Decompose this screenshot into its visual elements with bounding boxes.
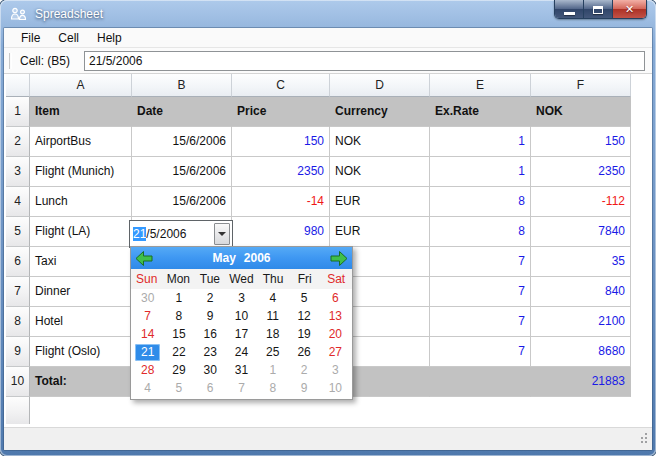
calendar-day[interactable]: 31 [229,362,254,379]
calendar-day[interactable]: 1 [166,290,191,307]
calendar-day[interactable]: 10 [229,308,254,325]
calendar-day[interactable]: 4 [260,290,285,307]
cell-E1[interactable]: Ex.Rate [430,97,531,127]
cell-C1[interactable]: Price [232,97,330,127]
menu-help[interactable]: Help [88,28,131,48]
calendar-day[interactable]: 2 [291,362,316,379]
row-number-3[interactable]: 3 [6,157,30,187]
calendar-day[interactable]: 5 [166,380,191,397]
calendar-day[interactable]: 23 [198,344,223,361]
calendar-day[interactable]: 25 [260,344,285,361]
calendar-day[interactable]: 9 [291,380,316,397]
cell-F3[interactable]: 2350 [531,157,631,187]
cell-F9[interactable]: 8680 [531,337,631,367]
row-number-10[interactable]: 10 [6,367,30,397]
calendar-day[interactable]: 7 [135,308,160,325]
cell-F4[interactable]: -112 [531,187,631,217]
calendar-day[interactable]: 15 [166,326,191,343]
cell-F7[interactable]: 840 [531,277,631,307]
cell-D5[interactable]: EUR [330,217,430,247]
cell-A5[interactable]: Flight (LA) [30,217,132,247]
calendar-day[interactable]: 18 [260,326,285,343]
cell-E8[interactable]: 7 [430,307,531,337]
calendar-day[interactable]: 16 [198,326,223,343]
cell-D2[interactable]: NOK [330,127,430,157]
cell-D4[interactable]: EUR [330,187,430,217]
calendar-day[interactable]: 27 [323,344,348,361]
cell-A8[interactable]: Hotel [30,307,132,337]
cell-E10[interactable] [430,367,531,397]
calendar-day[interactable]: 4 [135,380,160,397]
calendar-day[interactable]: 6 [198,380,223,397]
cell-E3[interactable]: 1 [430,157,531,187]
cell-E5[interactable]: 8 [430,217,531,247]
cell-F10[interactable]: 21883 [531,367,631,397]
cell-B1[interactable]: Date [132,97,232,127]
calendar-day-selected[interactable]: 21 [135,344,160,361]
next-month-button[interactable] [329,250,349,267]
row-number-8[interactable]: 8 [6,307,30,337]
calendar-day[interactable]: 1 [260,362,285,379]
calendar-day[interactable]: 9 [198,308,223,325]
calendar-day[interactable]: 3 [323,362,348,379]
calendar-day[interactable]: 3 [229,290,254,307]
cell-A1[interactable]: Item [30,97,132,127]
calendar-day[interactable]: 17 [229,326,254,343]
select-all-corner[interactable] [6,74,30,97]
calendar-day[interactable]: 19 [291,326,316,343]
col-header-E[interactable]: E [430,74,531,97]
cell-E7[interactable]: 7 [430,277,531,307]
cell-F5[interactable]: 7840 [531,217,631,247]
col-header-C[interactable]: C [232,74,330,97]
cell-A7[interactable]: Dinner [30,277,132,307]
calendar-day[interactable]: 2 [198,290,223,307]
cell-C2[interactable]: 150 [232,127,330,157]
row-number-6[interactable]: 6 [6,247,30,277]
calendar-day[interactable]: 30 [135,290,160,307]
prev-month-button[interactable] [134,250,154,267]
cell-B4[interactable]: 15/6/2006 [132,187,232,217]
col-header-F[interactable]: F [531,74,631,97]
col-header-D[interactable]: D [330,74,430,97]
calendar-day[interactable]: 13 [323,308,348,325]
calendar-day[interactable]: 20 [323,326,348,343]
calendar-day[interactable]: 12 [291,308,316,325]
row-number-1[interactable]: 1 [6,97,30,127]
calendar-day[interactable]: 6 [323,290,348,307]
col-header-A[interactable]: A [30,74,132,97]
resize-grip-icon[interactable] [637,433,649,448]
calendar-day[interactable]: 5 [291,290,316,307]
calendar-day[interactable]: 29 [166,362,191,379]
calendar-day[interactable]: 28 [135,362,160,379]
calendar-day[interactable]: 11 [260,308,285,325]
minimize-button[interactable] [555,0,584,19]
cell-A3[interactable]: Flight (Munich) [30,157,132,187]
row-number-9[interactable]: 9 [6,337,30,367]
row-number-4[interactable]: 4 [6,187,30,217]
cell-C5[interactable]: 980 [232,217,330,247]
cell-A2[interactable]: AirportBus [30,127,132,157]
calendar-day[interactable]: 7 [229,380,254,397]
cell-C3[interactable]: 2350 [232,157,330,187]
row-number-empty[interactable] [6,397,30,424]
cell-F1[interactable]: NOK [531,97,631,127]
formula-input[interactable] [84,51,645,71]
cell-A4[interactable]: Lunch [30,187,132,217]
cell-C4[interactable]: -14 [232,187,330,217]
calendar-day[interactable]: 26 [291,344,316,361]
cell-E9[interactable]: 7 [430,337,531,367]
cell-A10[interactable]: Total: [30,367,132,397]
cell-A9[interactable]: Flight (Oslo) [30,337,132,367]
cell-E2[interactable]: 1 [430,127,531,157]
cell-B2[interactable]: 15/6/2006 [132,127,232,157]
calendar-day[interactable]: 30 [198,362,223,379]
row-number-7[interactable]: 7 [6,277,30,307]
cell-E4[interactable]: 8 [430,187,531,217]
cell-D3[interactable]: NOK [330,157,430,187]
calendar-day[interactable]: 14 [135,326,160,343]
close-button[interactable]: ✕ [613,0,646,19]
calendar-day[interactable]: 8 [260,380,285,397]
row-number-5[interactable]: 5 [6,217,30,247]
cell-B3[interactable]: 15/6/2006 [132,157,232,187]
cell-F8[interactable]: 2100 [531,307,631,337]
